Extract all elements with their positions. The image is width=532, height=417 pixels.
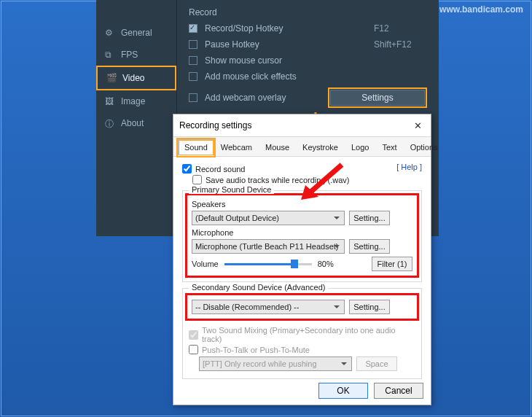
select-secondary[interactable]: -- Disable (Recommended) -- — [192, 300, 345, 314]
speakers-setting-button[interactable]: Setting... — [349, 211, 390, 225]
dialog-body: [ Help ] Record sound Save audio tracks … — [173, 157, 431, 385]
tab-options[interactable]: Options — [404, 139, 445, 156]
filter-button[interactable]: Filter (1) — [372, 257, 412, 271]
dialog-buttons: OK Cancel — [318, 383, 423, 399]
tab-sound[interactable]: Sound — [178, 139, 214, 156]
row-webcam-overlay: Add webcam overlay Settings — [177, 85, 439, 111]
label: Record/Stop Hotkey — [205, 23, 283, 34]
group-secondary-sound: Secondary Sound Device (Advanced) -- Dis… — [182, 288, 422, 379]
row-pause-hotkey: Pause Hotkey Shift+F12 — [177, 36, 439, 52]
tab-text[interactable]: Text — [375, 139, 403, 156]
row-mouse-cursor: Show mouse cursor — [177, 52, 439, 69]
recording-settings-dialog: Recording settings ✕ Sound Webcam Mouse … — [173, 114, 431, 405]
dialog-title-text: Recording settings — [179, 120, 251, 130]
close-button[interactable]: ✕ — [410, 119, 425, 132]
section-record: Record — [177, 0, 439, 20]
annotation-red-primary: Speakers (Default Output Device) Setting… — [189, 197, 415, 274]
checkbox-mouse-click[interactable] — [189, 72, 197, 81]
label-volume: Volume — [192, 260, 219, 268]
label-speakers: Speakers — [192, 200, 412, 208]
fps-icon: ⧉ — [105, 50, 115, 60]
ok-button[interactable]: OK — [318, 383, 368, 399]
sidebar-item-image[interactable]: 🖼Image — [96, 90, 176, 112]
group-title: Primary Sound Device — [189, 185, 274, 194]
sidebar-item-label: General — [121, 28, 152, 38]
sidebar-item-target[interactable] — [96, 0, 176, 22]
tab-webcam[interactable]: Webcam — [214, 139, 259, 156]
settings-button[interactable]: Settings — [330, 90, 425, 106]
sidebar: ⚙General ⧉FPS 🎬Video 🖼Image ⓘAbout — [96, 0, 176, 236]
checkbox-two-sound-mixing: Two Sound Mixing (Primary+Secondary into… — [189, 326, 415, 343]
dialog-tabs: Sound Webcam Mouse Keystroke Logo Text O… — [173, 136, 431, 157]
group-title: Secondary Sound Device (Advanced) — [189, 283, 328, 292]
video-icon: 🎬 — [106, 73, 117, 83]
microphone-setting-button[interactable]: Setting... — [349, 239, 390, 254]
group-primary-sound: Primary Sound Device Speakers (Default O… — [182, 190, 422, 282]
info-icon: ⓘ — [105, 118, 115, 128]
checkbox-save-wav[interactable]: Save audio tracks while recording (.wav) — [192, 175, 422, 184]
annotation-red-secondary: -- Disable (Recommended) -- Setting... — [189, 297, 415, 317]
dialog-titlebar: Recording settings ✕ — [173, 114, 431, 136]
tab-mouse[interactable]: Mouse — [259, 139, 296, 156]
help-link[interactable]: [ Help ] — [396, 163, 422, 171]
sidebar-item-label: Video — [122, 73, 144, 83]
sidebar-item-about[interactable]: ⓘAbout — [96, 112, 176, 134]
checkbox-pause-hotkey[interactable] — [189, 40, 197, 49]
row-mouse-click: Add mouse click effects — [177, 69, 439, 85]
sidebar-item-general[interactable]: ⚙General — [96, 22, 176, 44]
gear-icon: ⚙ — [105, 28, 115, 38]
checkbox-ptt[interactable]: Push-To-Talk or Push-To-Mute — [189, 345, 415, 354]
ptt-key-box: Space — [356, 356, 397, 371]
row-record-hotkey: Record/Stop Hotkey F12 — [177, 20, 439, 36]
hotkey-value: F12 — [374, 23, 389, 34]
image-icon: 🖼 — [105, 96, 115, 106]
sidebar-item-label: About — [121, 118, 144, 128]
volume-value: 80% — [318, 260, 334, 268]
sidebar-item-video[interactable]: 🎬Video — [96, 66, 176, 90]
sidebar-item-label: FPS — [121, 50, 138, 60]
tab-logo[interactable]: Logo — [345, 139, 375, 156]
cancel-button[interactable]: Cancel — [374, 383, 423, 399]
secondary-setting-button[interactable]: Setting... — [349, 300, 390, 314]
hotkey-value: Shift+F12 — [374, 39, 412, 50]
label: Add webcam overlay — [205, 93, 286, 103]
sidebar-item-fps[interactable]: ⧉FPS — [96, 44, 176, 66]
settings-highlight: Settings — [328, 87, 427, 108]
watermark: www.bandicam.com — [439, 4, 523, 15]
select-microphone[interactable]: Microphone (Turtle Beach P11 Headset) — [192, 239, 345, 254]
label: Pause Hotkey — [205, 39, 259, 50]
select-ptt-mode: [PTT] Only record while pushing — [199, 356, 352, 371]
checkbox-webcam-overlay[interactable] — [189, 93, 197, 102]
tab-keystroke[interactable]: Keystroke — [296, 139, 345, 156]
label: Show mouse cursor — [205, 55, 282, 66]
checkbox-mouse-cursor[interactable] — [189, 56, 197, 65]
checkbox-record-sound[interactable]: Record sound — [182, 164, 396, 174]
label: Add mouse click effects — [205, 71, 297, 82]
volume-slider[interactable] — [224, 258, 312, 270]
select-speakers[interactable]: (Default Output Device) — [192, 211, 345, 225]
checkbox-record-hotkey[interactable] — [189, 24, 197, 33]
sidebar-item-label: Image — [121, 96, 145, 106]
label-microphone: Microphone — [192, 228, 412, 237]
